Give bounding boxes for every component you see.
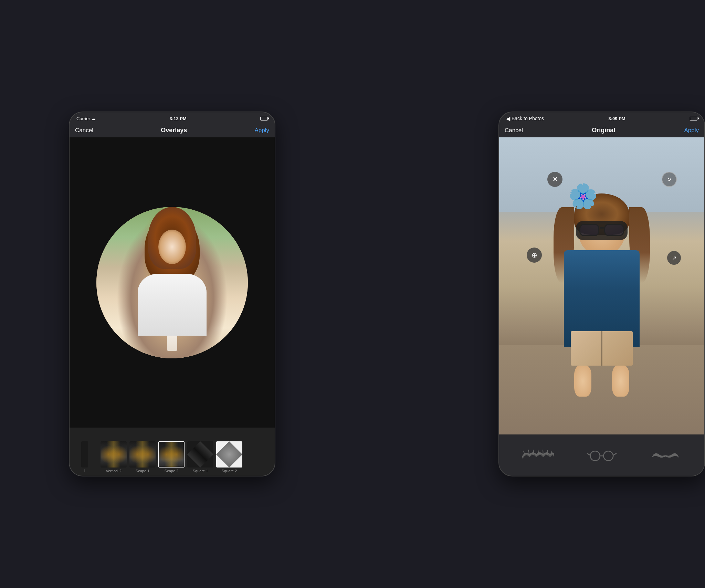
left-battery <box>260 117 268 120</box>
left-status-bar: Carrier ☁ 3:12 PM <box>70 112 275 125</box>
rotate-icon: ↻ <box>667 177 671 182</box>
back-arrow-icon: ◀ <box>506 115 510 122</box>
sticker-resize-button[interactable]: ↗ <box>667 251 681 265</box>
right-bottom-toolbar <box>499 434 704 476</box>
carrier-label: Carrier ☁ <box>76 116 96 121</box>
svg-line-4 <box>543 450 543 455</box>
left-cancel-button[interactable]: Cancel <box>75 127 93 134</box>
thumbnail-square1[interactable] <box>187 441 213 468</box>
svg-line-11 <box>613 453 616 455</box>
right-nav-bar: Cancel Original Apply <box>499 125 704 137</box>
eyelash-tool-button[interactable] <box>517 443 559 467</box>
list-item[interactable]: Scape 2 <box>158 441 185 473</box>
list-item[interactable]: Square 1 <box>187 441 214 473</box>
add-icon: ⊕ <box>532 251 537 259</box>
dandelion <box>167 330 177 351</box>
road-graphic <box>101 441 127 468</box>
thumbnail-label: Square 1 <box>193 469 208 473</box>
glasses-tool-button[interactable] <box>581 443 622 467</box>
mustache-tool-button[interactable] <box>645 443 686 467</box>
road-graphic <box>129 441 156 468</box>
mustache-icon <box>650 449 681 461</box>
right-time: 3:09 PM <box>609 116 625 121</box>
thumbnail-vertical2[interactable] <box>101 441 127 468</box>
book-spine <box>601 331 602 366</box>
close-icon: ✕ <box>553 176 558 183</box>
eyelash-icon <box>521 448 555 462</box>
left-apply-button[interactable]: Apply <box>254 127 269 134</box>
thumbnail-label: 1 <box>84 469 86 473</box>
thumbnail-label: Scape 1 <box>136 469 149 473</box>
battery-icon <box>690 117 697 120</box>
thumbnail-scape2[interactable] <box>158 441 185 468</box>
thumbnail-scape1[interactable] <box>129 441 156 468</box>
right-battery <box>690 117 697 120</box>
glasses-sticker <box>576 221 628 240</box>
thumbnail-1[interactable] <box>81 441 88 468</box>
wifi-icon: ☁ <box>91 116 96 121</box>
glasses-icon <box>586 449 617 461</box>
right-status-bar: ◀ Back to Photos 3:09 PM <box>499 112 704 125</box>
shirt <box>138 292 207 313</box>
list-item[interactable]: 1 <box>71 441 98 473</box>
glasses-left-lens <box>579 224 599 236</box>
left-nav-title: Overlays <box>161 127 187 134</box>
thumbnail-label: Scape 2 <box>165 469 178 473</box>
left-phone: Carrier ☁ 3:12 PM Cancel Overlays Apply <box>69 112 275 476</box>
road-lights <box>159 442 184 467</box>
book <box>571 331 633 366</box>
svg-line-10 <box>587 453 590 455</box>
road-graphic <box>159 442 184 467</box>
face <box>158 230 186 264</box>
right-nav-title: Original <box>592 127 615 134</box>
thumbnail-label: Vertical 2 <box>106 469 121 473</box>
thumbnail-label: Square 2 <box>222 469 237 473</box>
resize-icon: ↗ <box>672 255 676 261</box>
back-text[interactable]: Back to Photos <box>512 116 544 121</box>
thumbnail-strip: 1 Vertical 2 Scape 1 <box>70 428 275 476</box>
girl-leg-right <box>612 366 629 397</box>
glasses-bridge <box>600 227 604 229</box>
flower-sticker[interactable]: 🌸 <box>568 182 598 210</box>
carrier-text: Carrier <box>76 116 90 121</box>
sticker-rotate-button[interactable]: ↻ <box>662 172 677 187</box>
list-item[interactable]: Vertical 2 <box>100 441 127 473</box>
left-time: 3:12 PM <box>170 116 187 121</box>
glasses-right-lens <box>604 224 624 236</box>
right-apply-button[interactable]: Apply <box>684 127 699 134</box>
right-phone: ◀ Back to Photos 3:09 PM Cancel Original… <box>498 112 705 476</box>
back-to-photos[interactable]: ◀ Back to Photos <box>506 115 544 122</box>
svg-point-7 <box>590 451 600 461</box>
list-item[interactable]: Scape 1 <box>129 441 156 473</box>
road-lights <box>101 441 127 468</box>
girl-leg-left <box>574 366 591 397</box>
road-lights <box>129 441 156 468</box>
right-cancel-button[interactable]: Cancel <box>505 127 523 134</box>
woman-photo <box>96 207 248 358</box>
girl-body <box>550 197 653 376</box>
thumbnail-square2[interactable] <box>216 441 242 468</box>
svg-point-8 <box>603 451 613 461</box>
right-image-area: 🌸 ✕ ↻ ⊕ ↗ <box>499 137 704 434</box>
left-image-area <box>70 137 275 428</box>
battery-icon <box>260 117 268 120</box>
left-nav-bar: Cancel Overlays Apply <box>70 125 275 137</box>
list-item[interactable]: Square 2 <box>215 441 243 473</box>
skirt <box>145 297 200 325</box>
circle-overlay <box>96 207 248 358</box>
sticker-close-button[interactable]: ✕ <box>547 172 562 187</box>
sticker-add-button[interactable]: ⊕ <box>527 248 542 263</box>
